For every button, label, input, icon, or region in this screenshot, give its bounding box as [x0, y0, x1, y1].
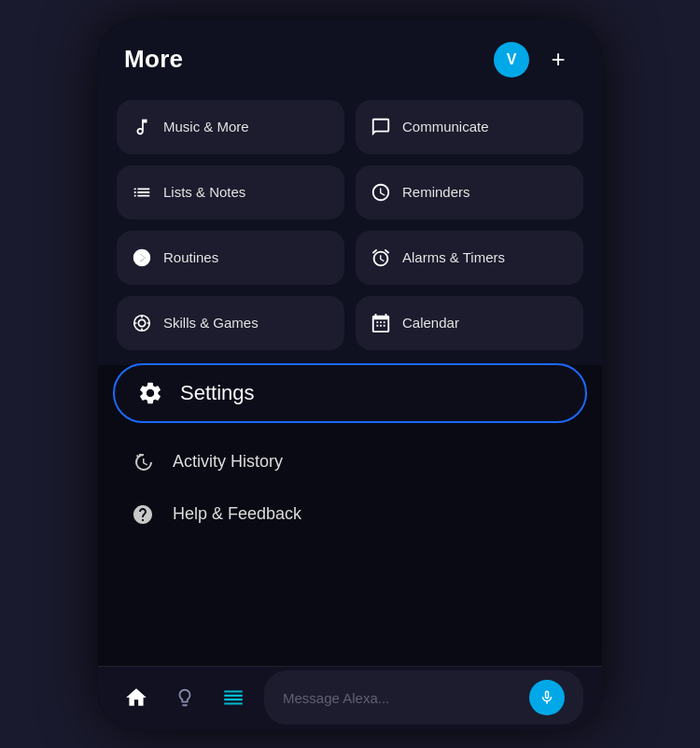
bottom-list: Activity History Help & Feedback — [98, 423, 602, 666]
list-item-help-feedback[interactable]: Help & Feedback — [124, 490, 576, 539]
grid-item-lists-notes[interactable]: Lists & Notes — [117, 165, 344, 219]
menu-nav-icon[interactable] — [214, 678, 253, 717]
svg-point-2 — [138, 319, 145, 326]
grid-item-calendar[interactable]: Calendar — [356, 296, 583, 350]
lists-notes-label: Lists & Notes — [163, 183, 245, 202]
grid-item-music-more[interactable]: Music & More — [117, 100, 344, 154]
routines-icon — [132, 247, 152, 268]
grid: Music & More Communicate — [117, 100, 583, 350]
reminder-icon — [371, 182, 391, 203]
list-icon — [132, 182, 152, 203]
mic-button[interactable] — [529, 680, 565, 715]
message-input-bar[interactable]: Message Alexa... — [264, 670, 583, 725]
settings-gear-icon — [137, 380, 163, 406]
message-placeholder: Message Alexa... — [283, 690, 389, 706]
calendar-label: Calendar — [402, 314, 459, 332]
activity-history-label: Activity History — [173, 452, 283, 472]
grid-item-reminders[interactable]: Reminders — [356, 165, 583, 219]
header: More V + — [98, 20, 602, 92]
skills-icon — [132, 313, 152, 333]
routines-label: Routines — [163, 248, 218, 267]
history-icon — [128, 451, 158, 473]
music-more-label: Music & More — [163, 118, 249, 136]
chat-icon — [371, 117, 391, 137]
phone-screen: More V + Music & More — [98, 20, 602, 729]
page-title: More — [124, 45, 183, 74]
alarm-icon — [371, 247, 391, 268]
bottom-nav: Message Alexa... — [98, 666, 602, 729]
light-nav-icon[interactable] — [167, 680, 203, 715]
skills-games-label: Skills & Games — [163, 314, 259, 332]
settings-label: Settings — [180, 381, 255, 405]
add-button[interactable]: + — [540, 42, 576, 78]
alarms-timers-label: Alarms & Timers — [402, 248, 505, 267]
grid-item-alarms-timers[interactable]: Alarms & Timers — [356, 231, 583, 285]
calendar-icon — [371, 313, 391, 333]
communicate-label: Communicate — [402, 118, 489, 136]
grid-item-routines[interactable]: Routines — [117, 231, 344, 285]
list-item-activity-history[interactable]: Activity History — [124, 438, 576, 487]
settings-bar[interactable]: Settings — [113, 363, 587, 423]
home-nav-icon[interactable] — [117, 678, 156, 717]
reminders-label: Reminders — [402, 183, 470, 202]
help-feedback-label: Help & Feedback — [173, 504, 301, 524]
avatar[interactable]: V — [494, 42, 529, 78]
grid-section: Music & More Communicate — [98, 92, 602, 365]
grid-item-communicate[interactable]: Communicate — [356, 100, 583, 154]
grid-item-skills-games[interactable]: Skills & Games — [117, 296, 344, 350]
music-icon — [132, 117, 152, 137]
header-actions: V + — [494, 42, 576, 78]
phone-container: More V + Music & More — [98, 20, 602, 729]
help-icon — [128, 503, 158, 526]
